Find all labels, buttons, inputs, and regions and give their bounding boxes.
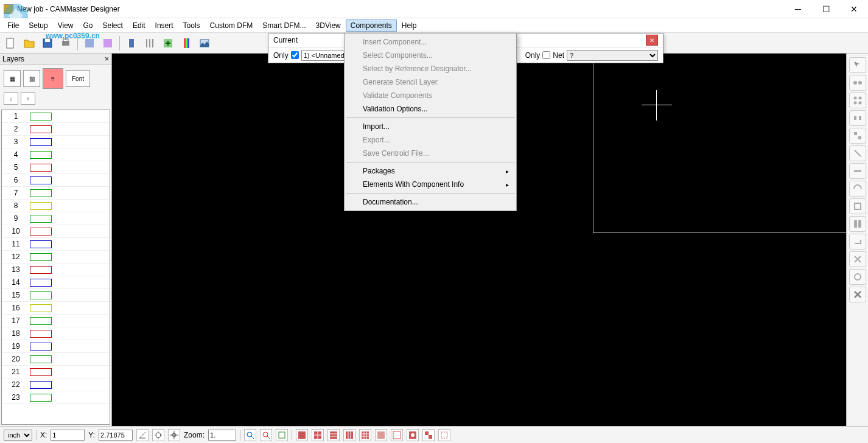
menu-custom-dfm[interactable]: Custom DFM bbox=[205, 19, 258, 32]
sb-grid9-icon[interactable] bbox=[422, 429, 435, 441]
layer-row[interactable]: 2 bbox=[2, 123, 110, 136]
layer-tool2-icon[interactable]: ▨ bbox=[23, 70, 40, 87]
sb-zoomin-icon[interactable] bbox=[244, 429, 256, 441]
menu-tools[interactable]: Tools bbox=[178, 19, 205, 32]
layer-row[interactable]: 9 bbox=[2, 212, 110, 225]
sb-angle-icon[interactable] bbox=[136, 429, 149, 441]
layer-swatch[interactable] bbox=[30, 164, 52, 172]
rt-tool11-icon[interactable] bbox=[849, 234, 866, 249]
menu-setup[interactable]: Setup bbox=[24, 19, 52, 32]
minimize-button[interactable]: ─ bbox=[784, 1, 812, 18]
layer-row[interactable]: 1 bbox=[2, 110, 110, 123]
layer-tool3-icon[interactable]: ≡ bbox=[43, 68, 63, 89]
sb-grid4-icon[interactable] bbox=[343, 429, 355, 441]
layer-row[interactable]: 13 bbox=[2, 263, 110, 276]
floating-tab[interactable]: Current bbox=[273, 36, 298, 44]
close-button[interactable]: ✕ bbox=[840, 1, 868, 18]
sb-grid1-icon[interactable] bbox=[296, 429, 308, 441]
tool-b-icon[interactable] bbox=[99, 35, 116, 52]
menu-view[interactable]: View bbox=[53, 19, 79, 32]
rt-tool9-icon[interactable] bbox=[849, 198, 866, 214]
rt-tool2-icon[interactable] bbox=[849, 75, 866, 91]
sb-grid10-icon[interactable] bbox=[438, 429, 450, 441]
layer-row[interactable]: 20 bbox=[2, 353, 110, 366]
colorbar-icon[interactable] bbox=[178, 35, 195, 52]
font-button[interactable]: Font bbox=[66, 70, 90, 87]
layer-up-icon[interactable]: ↑ bbox=[21, 92, 35, 105]
layer-swatch[interactable] bbox=[30, 266, 52, 274]
layer-swatch[interactable] bbox=[30, 151, 52, 159]
floating-close-icon[interactable]: ✕ bbox=[646, 35, 658, 46]
dd-validation-options-[interactable]: Validation Options... bbox=[345, 102, 516, 116]
menu-edit[interactable]: Edit bbox=[128, 19, 150, 32]
layer-swatch[interactable] bbox=[30, 355, 52, 363]
layer-row[interactable]: 12 bbox=[2, 251, 110, 263]
rt-select-icon[interactable] bbox=[849, 57, 866, 73]
menu-components[interactable]: Components bbox=[346, 19, 397, 32]
menu-file[interactable]: File bbox=[2, 19, 24, 32]
layer-swatch[interactable] bbox=[30, 176, 52, 184]
layer-swatch[interactable] bbox=[30, 215, 52, 223]
zoom-input[interactable] bbox=[208, 430, 236, 441]
layer-row[interactable]: 16 bbox=[2, 302, 110, 315]
rt-tool4-icon[interactable] bbox=[849, 110, 866, 126]
sb-grid8-icon[interactable] bbox=[407, 429, 419, 441]
layer-row[interactable]: 18 bbox=[2, 327, 110, 340]
layer-swatch[interactable] bbox=[30, 113, 52, 120]
rt-tool3-icon[interactable] bbox=[849, 92, 866, 108]
layer-swatch[interactable] bbox=[30, 394, 52, 402]
new-icon[interactable] bbox=[2, 35, 19, 52]
maximize-button[interactable]: ☐ bbox=[812, 1, 840, 18]
layer-swatch[interactable] bbox=[30, 304, 52, 312]
measure-icon[interactable] bbox=[141, 35, 158, 52]
menu-select[interactable]: Select bbox=[98, 19, 128, 32]
menu-help[interactable]: Help bbox=[397, 19, 422, 32]
layer-row[interactable]: 4 bbox=[2, 148, 110, 161]
layers-list[interactable]: 1234567891011121314151617181920212223 bbox=[1, 110, 110, 425]
sb-grid2-icon[interactable] bbox=[312, 429, 324, 441]
unit-select[interactable]: inch bbox=[4, 430, 32, 441]
rt-tool12-icon[interactable] bbox=[849, 251, 866, 267]
dd-import-[interactable]: Import... bbox=[345, 120, 516, 133]
layer-swatch[interactable] bbox=[30, 202, 52, 210]
layer-row[interactable]: 11 bbox=[2, 238, 110, 251]
sb-fit-icon[interactable] bbox=[276, 429, 288, 441]
rt-tool7-icon[interactable] bbox=[849, 163, 866, 179]
layer-tool1-icon[interactable]: ▦ bbox=[4, 70, 21, 87]
layer-row[interactable]: 7 bbox=[2, 187, 110, 200]
layer-swatch[interactable] bbox=[30, 279, 52, 287]
layer-row[interactable]: 17 bbox=[2, 315, 110, 327]
dd-elements-with-component-info[interactable]: Elements With Component Info▸ bbox=[345, 178, 516, 191]
layer-row[interactable]: 14 bbox=[2, 276, 110, 289]
menu-insert[interactable]: Insert bbox=[150, 19, 178, 32]
save-icon[interactable] bbox=[39, 35, 56, 52]
layer-swatch[interactable] bbox=[30, 253, 52, 261]
layer-swatch[interactable] bbox=[30, 189, 52, 197]
layer-swatch[interactable] bbox=[30, 291, 52, 299]
layer-swatch[interactable] bbox=[30, 368, 52, 376]
layer-swatch[interactable] bbox=[30, 138, 52, 146]
rt-tool13-icon[interactable] bbox=[849, 269, 866, 285]
layer-row[interactable]: 21 bbox=[2, 366, 110, 378]
layer-row[interactable]: 6 bbox=[2, 174, 110, 187]
sb-zoomout-icon[interactable] bbox=[260, 429, 272, 441]
film-icon[interactable] bbox=[123, 35, 140, 52]
sb-origin-icon[interactable] bbox=[168, 429, 180, 441]
layer-row[interactable]: 23 bbox=[2, 391, 110, 404]
dd-packages[interactable]: Packages▸ bbox=[345, 164, 516, 178]
sb-target-icon[interactable] bbox=[152, 429, 164, 441]
layers-close-icon[interactable]: × bbox=[105, 55, 109, 63]
tool-a-icon[interactable] bbox=[81, 35, 98, 52]
layer-row[interactable]: 19 bbox=[2, 340, 110, 353]
layer-row[interactable]: 15 bbox=[2, 289, 110, 302]
sb-grid6-icon[interactable] bbox=[375, 429, 387, 441]
rt-tool6-icon[interactable] bbox=[849, 145, 866, 161]
menu-smart-dfm-[interactable]: Smart DFM... bbox=[257, 19, 310, 32]
layer-swatch[interactable] bbox=[30, 381, 52, 389]
menu--dview[interactable]: 3DView bbox=[311, 19, 346, 32]
layer-swatch[interactable] bbox=[30, 228, 52, 235]
picture-icon[interactable] bbox=[196, 35, 213, 52]
layer-row[interactable]: 10 bbox=[2, 225, 110, 238]
open-icon[interactable] bbox=[21, 35, 38, 52]
print-icon[interactable] bbox=[57, 35, 74, 52]
